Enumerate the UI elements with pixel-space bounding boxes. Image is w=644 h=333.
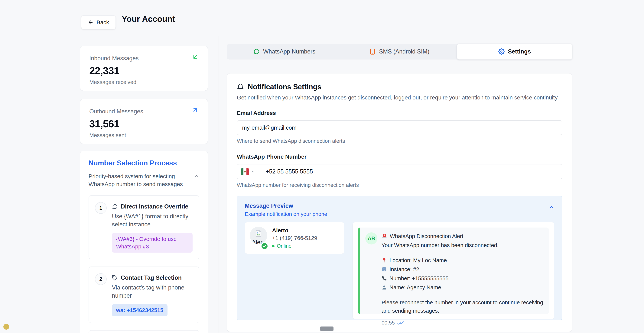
settings-panel: Notifications Settings Get notified when…	[227, 73, 572, 332]
mexico-flag-icon	[240, 168, 249, 175]
tab-label: WhatsApp Numbers	[263, 48, 315, 55]
priority-item-2: 2 Contact Tag Selection Via contact's ta…	[88, 266, 199, 323]
inbound-messages-card: Inbound Messages 22,331 Messages receive…	[80, 46, 208, 91]
chevron-up-icon[interactable]	[549, 204, 554, 210]
page-title: Your Account	[122, 14, 175, 24]
message-footer: Please reconnect the number in your acco…	[382, 298, 543, 315]
sidebar-divider	[218, 36, 219, 333]
phone-helper: WhatsApp number for receiving disconnect…	[237, 182, 562, 188]
country-select[interactable]	[237, 164, 259, 179]
priority-badge: wa: +15462342515	[112, 304, 168, 316]
number-selection-title: Number Selection Process	[88, 159, 199, 167]
stat-subtitle: Messages received	[89, 79, 198, 85]
phone-number-field[interactable]	[259, 164, 562, 179]
numbers-emoji: 1234	[382, 267, 387, 272]
stat-subtitle: Messages sent	[89, 132, 198, 138]
header-divider	[0, 36, 575, 36]
contact-name: Alerto	[272, 227, 317, 234]
phone-field-wrap	[237, 164, 562, 179]
message-preview-panel: Message Preview Example notification on …	[237, 196, 562, 320]
yellow-indicator-dot	[4, 324, 9, 330]
chevron-up-icon[interactable]	[194, 173, 199, 179]
detail-text: Location: My Loc Name	[390, 256, 447, 264]
priority-badge: {WA#3} - Override to use WhatsApp #3	[112, 233, 192, 252]
svg-text:12: 12	[383, 268, 385, 270]
tab-bar: WhatsApp Numbers SMS (Android SIM) Setti…	[227, 44, 572, 60]
email-field[interactable]	[237, 120, 562, 135]
pin-emoji	[382, 258, 387, 263]
horizontal-scrollbar-thumb[interactable]	[320, 326, 334, 331]
double-check-icon	[396, 320, 405, 326]
chat-preview-card: AB WhatsApp Disconnection Alert Your Wha…	[352, 222, 554, 319]
tab-settings[interactable]: Settings	[457, 44, 572, 60]
email-label: Email Address	[237, 110, 562, 116]
section-title: Notifications Settings	[248, 83, 322, 91]
detail-text: Instance: #2	[390, 266, 419, 273]
message-time: 00:55	[382, 319, 395, 326]
sender-avatar: AB	[365, 232, 378, 244]
contact-phone: +1 (419) 766-5129	[272, 235, 317, 241]
priority-title: Contact Tag Selection	[121, 274, 182, 281]
broken-image-icon	[254, 230, 263, 238]
priority-description: Use {WA#1} format to directly select ins…	[112, 212, 193, 228]
gear-icon	[498, 48, 504, 55]
number-selection-card: Number Selection Process Priority-based …	[80, 151, 208, 333]
priority-item-3: 3 Contact Assignment Match Match contact…	[88, 330, 199, 333]
phone-label: WhatsApp Phone Number	[237, 154, 562, 160]
online-status: Online	[277, 243, 292, 249]
message-bubble: AB WhatsApp Disconnection Alert Your Wha…	[358, 228, 549, 314]
priority-item-1: 1 Direct Instance Override Use {WA#1} fo…	[88, 195, 199, 259]
stat-value: 31,561	[89, 118, 198, 130]
verified-check-icon	[261, 242, 268, 250]
svg-text:34: 34	[383, 270, 385, 272]
siren-emoji	[382, 233, 387, 239]
tab-label: SMS (Android SIM)	[379, 48, 430, 55]
online-dot	[272, 245, 274, 247]
avatar-alt-text: Aler	[252, 239, 262, 244]
person-emoji	[382, 285, 387, 290]
detail-text: Name: Agency Name	[390, 284, 441, 291]
sms-phone-icon	[369, 48, 376, 55]
message-title: WhatsApp Disconnection Alert	[390, 232, 463, 240]
arrow-down-left-icon	[192, 54, 198, 60]
message-body: Your WhatsApp number has been disconnect…	[382, 242, 543, 249]
phone-emoji	[382, 276, 387, 281]
number-selection-subtitle: Priority-based system for selecting What…	[88, 172, 190, 188]
tab-whatsapp-numbers[interactable]: WhatsApp Numbers	[227, 44, 342, 60]
bell-icon	[237, 84, 244, 90]
stat-title: Outbound Messages	[89, 106, 143, 115]
outbound-messages-card: Outbound Messages 31,561 Messages sent	[80, 99, 208, 144]
avatar: Aler	[250, 227, 267, 244]
arrow-up-right-icon	[192, 106, 198, 114]
message-circle-icon	[112, 204, 118, 210]
contact-card: Aler Alerto +1 (419) 766-5129 Online	[245, 222, 344, 254]
stat-value: 22,331	[89, 65, 198, 76]
detail-text: Number: +15555555555	[390, 274, 448, 282]
message-preview-title: Message Preview	[245, 202, 327, 209]
chevron-down-icon	[251, 169, 256, 174]
whatsapp-icon	[253, 48, 260, 55]
tab-label: Settings	[508, 48, 531, 55]
back-button[interactable]: Back	[81, 16, 116, 29]
arrow-left-icon	[88, 20, 94, 25]
tab-sms-android-sim[interactable]: SMS (Android SIM)	[342, 44, 457, 60]
priority-number: 1	[95, 202, 107, 214]
stat-title: Inbound Messages	[89, 54, 139, 62]
priority-description: Via contact's tag with phone number	[112, 284, 193, 300]
section-subtitle: Get notified when your WhatsApp instance…	[237, 94, 562, 101]
email-helper: Where to send WhatsApp disconnection ale…	[237, 138, 562, 144]
priority-title: Direct Instance Override	[121, 203, 188, 210]
priority-number: 2	[95, 273, 107, 285]
back-label: Back	[96, 19, 109, 26]
message-preview-subtitle: Example notification on your phone	[245, 211, 327, 217]
tag-icon	[112, 275, 118, 281]
